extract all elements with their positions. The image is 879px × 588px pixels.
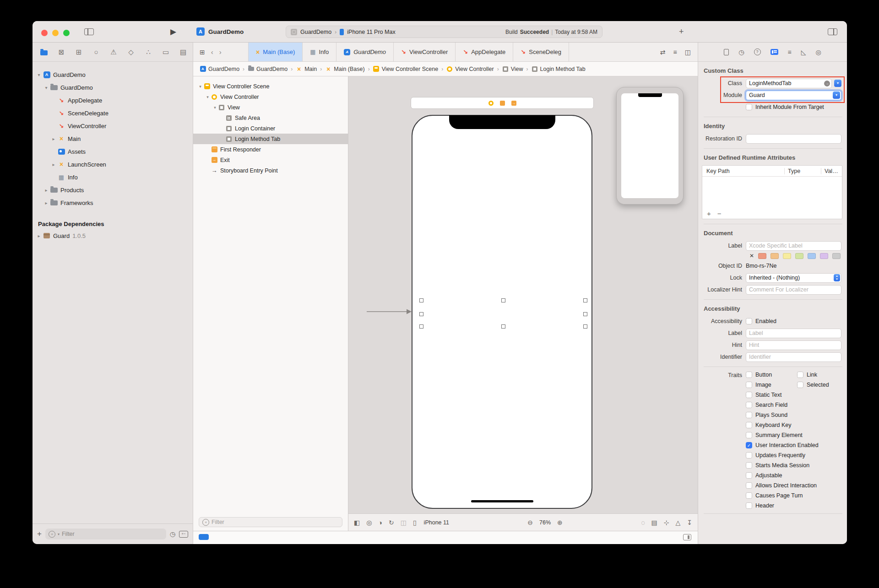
trait-keyboard-key[interactable]: Keyboard Key — [746, 422, 792, 428]
class-field[interactable]: → — [746, 79, 832, 88]
outline-item-view-controller[interactable]: ▾ View Controller — [193, 92, 348, 102]
label-color-swatch[interactable] — [770, 253, 779, 259]
crumb-login-method-tab[interactable]: Login Method Tab — [532, 66, 586, 72]
lock-dropdown[interactable]: ▲▼ — [746, 273, 841, 283]
new-tab-button[interactable]: + — [679, 27, 684, 37]
nav-item-frameworks[interactable]: ▸ Frameworks — [33, 196, 193, 209]
zoom-in-icon[interactable]: ⊕ — [557, 519, 563, 526]
scheme-app-name[interactable]: GuardDemo — [300, 29, 331, 35]
orientation-icon[interactable]: ↻ — [389, 519, 394, 526]
run-button[interactable]: ▶ — [170, 27, 176, 37]
first-responder-icon[interactable] — [500, 101, 505, 106]
outline-item-scene[interactable]: ▾ View Controller Scene — [193, 81, 348, 92]
trait-link[interactable]: Link — [797, 372, 817, 378]
accessibility-hint-input[interactable] — [746, 340, 841, 350]
trait-causes-page-turn[interactable]: Causes Page Turn — [746, 492, 803, 499]
tab-viewcontroller[interactable]: ↘ ViewController — [393, 43, 455, 61]
crumb-project[interactable]: A GuardDemo — [200, 66, 239, 72]
add-constraints-icon[interactable]: ⊹ — [664, 519, 669, 526]
outline-item-exit[interactable]: → Exit — [193, 155, 348, 165]
device-label[interactable]: iPhone 11 — [424, 519, 449, 526]
nav-item-products[interactable]: ▸ Products — [33, 183, 193, 196]
selection-handle-top-right[interactable] — [583, 298, 587, 302]
storyboard-canvas[interactable]: → — [348, 76, 698, 513]
label-color-swatch[interactable] — [808, 253, 816, 259]
module-field[interactable]: ▾ — [746, 91, 841, 100]
disclosure-icon[interactable]: ▾ — [43, 85, 50, 90]
minimap-toggle-icon[interactable] — [683, 534, 691, 540]
trait-button[interactable]: Button — [746, 372, 797, 378]
disclosure-icon[interactable]: ▸ — [50, 162, 57, 167]
disclosure-icon[interactable]: ▸ — [43, 188, 50, 193]
trait-starts-media-session[interactable]: Starts Media Session — [746, 462, 809, 469]
label-color-swatch[interactable] — [783, 253, 791, 259]
accessibility-identifier-input[interactable] — [746, 352, 841, 362]
selection-handle-top-center[interactable] — [501, 298, 505, 302]
nav-item-info-plist[interactable]: ▦ Info — [33, 171, 193, 183]
trait-header[interactable]: Header — [746, 502, 774, 509]
nav-item-label[interactable]: ViewController — [68, 123, 106, 129]
nav-item-label[interactable]: Main — [68, 135, 81, 142]
selection-handle-top-left[interactable] — [419, 298, 423, 302]
add-item-button[interactable]: + — [37, 529, 42, 539]
code-review-icon[interactable]: ⇄ — [660, 49, 666, 56]
trait-checkbox[interactable] — [746, 402, 752, 408]
tab-appdelegate[interactable]: ↘ AppDelegate — [455, 43, 513, 61]
remove-attribute-button[interactable]: − — [717, 210, 722, 217]
class-dropdown-icon[interactable]: ▾ — [834, 80, 841, 87]
resolve-issues-icon[interactable]: △ — [676, 519, 681, 526]
issue-navigator-icon[interactable]: ⚠ — [105, 48, 122, 56]
inherit-module-checkbox[interactable] — [746, 104, 752, 110]
outline-item-login-container[interactable]: Login Container — [193, 123, 348, 134]
disclosure-icon[interactable]: ▸ — [35, 233, 43, 238]
trait-checkbox[interactable] — [746, 392, 752, 398]
history-inspector-icon[interactable]: ◷ — [738, 49, 744, 56]
split-preview-icon[interactable]: ◫ — [401, 519, 407, 526]
trait-checkbox[interactable] — [797, 372, 803, 378]
crumb-main[interactable]: × Main — [296, 66, 317, 72]
label-color-swatch[interactable] — [795, 253, 803, 259]
breakpoint-navigator-icon[interactable]: ▭ — [157, 48, 174, 56]
attributes-inspector-icon[interactable]: ≡ — [788, 49, 792, 56]
trait-updates-frequently[interactable]: Updates Frequently — [746, 452, 805, 459]
tab-scenedelegate[interactable]: ↘ SceneDeleg — [513, 43, 569, 61]
trait-allows-direct-interaction[interactable]: Allows Direct Interaction — [746, 482, 817, 489]
outline-item-login-method-tab[interactable]: Login Method Tab — [193, 134, 348, 144]
size-inspector-icon[interactable]: ◺ — [801, 49, 806, 56]
crumb-view-controller[interactable]: View Controller — [446, 66, 494, 72]
zoom-out-icon[interactable]: ⊖ — [527, 519, 533, 526]
clear-color-icon[interactable]: ✕ — [749, 253, 754, 259]
forward-icon[interactable]: › — [219, 48, 222, 56]
selection-handle-middle-left[interactable] — [419, 312, 423, 316]
accessibility-label-input[interactable] — [746, 329, 841, 338]
nav-item-label[interactable]: GuardDemo — [60, 84, 93, 91]
crumb-view[interactable]: View — [502, 66, 523, 72]
trait-image[interactable]: Image — [746, 382, 797, 388]
selection-handle-bottom-left[interactable] — [419, 324, 423, 329]
device-icon[interactable]: ▯ — [413, 519, 417, 526]
nav-item-scenedelegate[interactable]: ↘ SceneDelegate — [33, 107, 193, 119]
nav-item-label[interactable]: LaunchScreen — [68, 161, 106, 168]
trait-checkbox-checked[interactable] — [746, 442, 752, 448]
scheme-device-name[interactable]: iPhone 11 Pro Max — [347, 29, 395, 35]
build-status[interactable]: Build Succeeded | Today at 9:58 AM — [505, 29, 597, 35]
trait-static-text[interactable]: Static Text — [746, 392, 781, 398]
scene-header-bar[interactable]: → — [411, 97, 594, 109]
help-inspector-icon[interactable]: ? — [754, 49, 761, 55]
trait-summary-element[interactable]: Summary Element — [746, 432, 803, 438]
debug-navigator-icon[interactable]: ∴ — [140, 48, 157, 56]
trait-checkbox[interactable] — [746, 382, 752, 388]
crumb-group[interactable]: GuardDemo — [248, 66, 288, 72]
trait-adjustable[interactable]: Adjustable — [746, 472, 782, 479]
symbol-navigator-icon[interactable]: ⊞ — [70, 48, 87, 56]
localizer-hint-input[interactable] — [746, 285, 841, 295]
disclosure-icon[interactable]: ▸ — [50, 136, 57, 141]
outline-item-safe-area[interactable]: Safe Area — [193, 113, 348, 123]
restoration-id-input[interactable] — [746, 134, 841, 144]
report-navigator-icon[interactable]: ▤ — [174, 48, 192, 56]
nav-item-label[interactable]: Info — [68, 174, 78, 181]
trait-selected[interactable]: Selected — [797, 382, 829, 388]
exit-icon[interactable]: → — [511, 101, 516, 106]
disclosure-icon[interactable]: ▾ — [197, 84, 204, 89]
package-name[interactable]: Guard — [53, 232, 70, 239]
